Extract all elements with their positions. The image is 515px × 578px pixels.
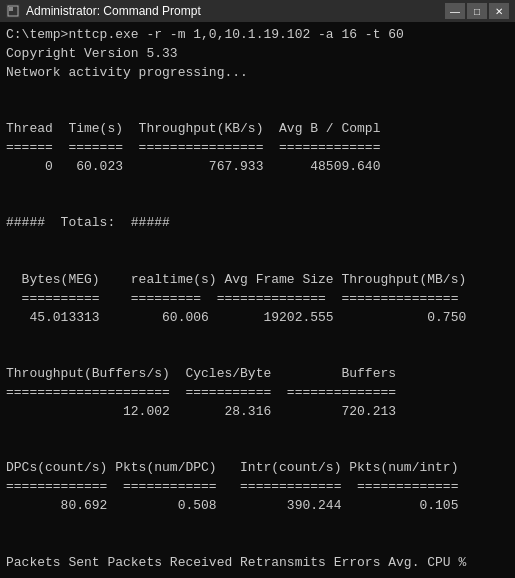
close-button[interactable]: ✕ bbox=[489, 3, 509, 19]
title-bar: Administrator: Command Prompt — □ ✕ bbox=[0, 0, 515, 22]
window-title: Administrator: Command Prompt bbox=[26, 4, 201, 18]
window-icon bbox=[6, 4, 20, 18]
minimize-button[interactable]: — bbox=[445, 3, 465, 19]
console-window: C:\temp>nttcp.exe -r -m 1,0,10.1.19.102 … bbox=[0, 22, 515, 578]
svg-rect-1 bbox=[9, 7, 13, 11]
maximize-button[interactable]: □ bbox=[467, 3, 487, 19]
